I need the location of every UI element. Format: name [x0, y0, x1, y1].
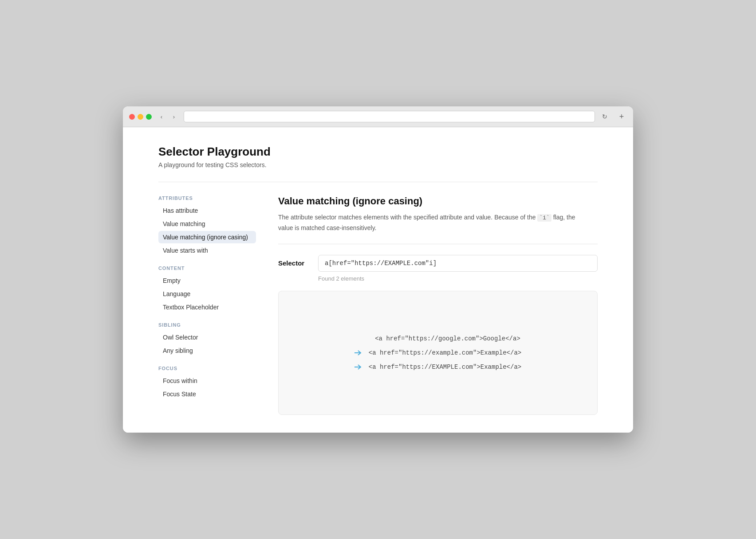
sidebar-item[interactable]: Language [158, 288, 256, 300]
sidebar-category-label: FOCUS [158, 366, 256, 371]
sidebar-item[interactable]: Value matching [158, 218, 256, 230]
main-layout: ATTRIBUTESHas attributeValue matchingVal… [158, 195, 598, 414]
header-divider [158, 182, 598, 182]
sidebar-section: FOCUSFocus withinFocus State [158, 366, 256, 400]
selector-row: Selector [278, 255, 598, 272]
close-button[interactable] [129, 114, 135, 120]
refresh-button[interactable]: ↻ [599, 111, 610, 122]
content-divider [278, 244, 598, 244]
found-elements-text: Found 2 elements [318, 275, 598, 282]
sidebar-category-label: ATTRIBUTES [158, 195, 256, 201]
sidebar-item[interactable]: Value starts with [158, 244, 256, 257]
sidebar-item[interactable]: Has attribute [158, 204, 256, 217]
traffic-lights [129, 114, 152, 120]
page-title: Selector Playground [158, 145, 598, 159]
sidebar-item[interactable]: Focus within [158, 375, 256, 387]
back-button[interactable]: ‹ [156, 111, 167, 122]
selector-input[interactable] [318, 255, 598, 272]
browser-chrome: ‹ › ↻ + [123, 106, 633, 127]
sidebar: ATTRIBUTESHas attributeValue matchingVal… [158, 195, 256, 414]
nav-buttons: ‹ › [156, 111, 179, 122]
content-area: Value matching (ignore casing) The attri… [278, 195, 598, 414]
sidebar-section: SIBLINGOwl SelectorAny sibling [158, 322, 256, 357]
demo-line: <a href="https://google.com">Google</a> [355, 335, 520, 342]
demo-line: <a href="https://example.com">Example</a… [354, 349, 521, 356]
match-arrow-icon [354, 350, 363, 356]
demo-line: <a href="https://EXAMPLE.com">Example</a… [354, 363, 521, 371]
sidebar-category-label: SIBLING [158, 322, 256, 328]
address-bar[interactable] [184, 111, 595, 122]
content-title: Value matching (ignore casing) [278, 195, 598, 207]
demo-code: <a href="https://example.com">Example</a… [369, 349, 521, 356]
sidebar-category-label: CONTENT [158, 266, 256, 271]
sidebar-item[interactable]: Focus State [158, 388, 256, 400]
sidebar-item[interactable]: Empty [158, 274, 256, 287]
selector-label: Selector [278, 259, 309, 267]
sidebar-item[interactable]: Owl Selector [158, 331, 256, 344]
sidebar-item[interactable]: Textbox Placeholder [158, 301, 256, 313]
sidebar-section: CONTENTEmptyLanguageTextbox Placeholder [158, 266, 256, 313]
maximize-button[interactable] [146, 114, 152, 120]
demo-code: <a href="https://EXAMPLE.com">Example</a… [369, 363, 521, 371]
demo-code: <a href="https://google.com">Google</a> [375, 335, 520, 342]
sidebar-item[interactable]: Value matching (ignore casing) [158, 231, 256, 243]
forward-button[interactable]: › [169, 111, 179, 122]
demo-box: <a href="https://google.com">Google</a> … [278, 291, 598, 415]
page-subtitle: A playground for testing CSS selectors. [158, 161, 598, 168]
sidebar-item[interactable]: Any sibling [158, 344, 256, 357]
sidebar-section: ATTRIBUTESHas attributeValue matchingVal… [158, 195, 256, 257]
page-content: Selector Playground A playground for tes… [123, 127, 633, 432]
minimize-button[interactable] [138, 114, 143, 120]
browser-window: ‹ › ↻ + Selector Playground A playground… [123, 106, 633, 432]
new-tab-button[interactable]: + [616, 111, 627, 122]
page-header: Selector Playground A playground for tes… [158, 145, 598, 168]
content-description: The attribute selector matches elements … [278, 212, 589, 233]
match-arrow-icon [354, 364, 363, 370]
